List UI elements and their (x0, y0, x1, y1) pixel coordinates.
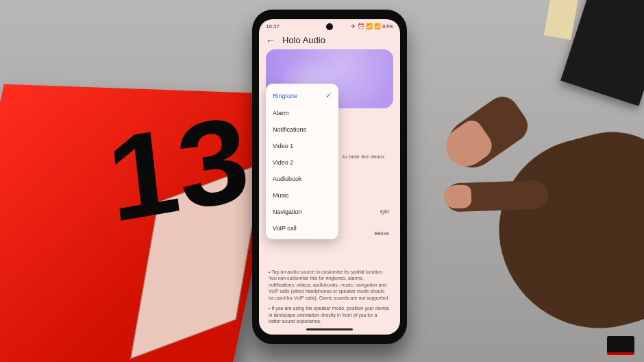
status-battery: 83% (382, 23, 393, 29)
user-hand (418, 82, 644, 329)
dropdown-item-label: VoIP call (273, 225, 297, 232)
dropdown-item-music[interactable]: Music (266, 187, 338, 204)
dropdown-item-navigation[interactable]: Navigation (266, 204, 338, 220)
dropdown-item-label: Audiobook (273, 176, 302, 182)
dropdown-item-video2[interactable]: Video 2 (266, 154, 338, 171)
dropdown-item-label: Video 2 (273, 159, 293, 166)
desk-object (560, 0, 644, 106)
dropdown-item-label: Music (273, 192, 289, 199)
page-header: ← Holo Audio (259, 29, 400, 49)
tip-line: • If you are using the speaker mode, pos… (269, 305, 391, 324)
dropdown-item-audiobook[interactable]: Audiobook (266, 171, 338, 187)
back-icon[interactable]: ← (266, 36, 275, 45)
position-label-right: ight (380, 208, 389, 215)
camera-punch-hole (326, 23, 333, 30)
dropdown-item-label: Notifications (273, 126, 306, 133)
dropdown-item-notifications[interactable]: Notifications (266, 121, 338, 138)
dropdown-item-label: Alarm (273, 110, 289, 117)
product-box: 13 (0, 84, 290, 362)
video-watermark (607, 336, 634, 355)
dropdown-item-video1[interactable]: Video 1 (266, 138, 338, 154)
dropdown-item-label: Ringtone (273, 93, 297, 99)
position-label-below: Below (374, 230, 389, 237)
status-time: 10:37 (266, 23, 280, 29)
help-tips: • Tap an audio source to customise its s… (269, 269, 391, 329)
dropdown-item-label: Navigation (273, 208, 302, 215)
gesture-bar[interactable] (306, 328, 353, 330)
page-title: Holo Audio (282, 35, 325, 45)
dropdown-item-voip[interactable]: VoIP call (266, 220, 338, 237)
demo-hint: to hear the demo. (343, 154, 386, 160)
dropdown-item-ringtone[interactable]: Ringtone ✓ (266, 86, 338, 105)
status-icons: ✈ ⏰ 📶 📶 (351, 23, 381, 29)
phone-screen: 10:37 ✈ ⏰ 📶 📶 83% ← Holo Audio Ringtone … (259, 19, 400, 335)
tip-line: • Tap an audio source to customise its s… (269, 269, 391, 301)
phone-device: 10:37 ✈ ⏰ 📶 📶 83% ← Holo Audio Ringtone … (252, 10, 407, 344)
photo-scene: 13 10:37 ✈ ⏰ 📶 📶 83% ← Holo Audio Ringto… (0, 0, 644, 362)
box-number: 13 (101, 88, 255, 250)
audio-source-dropdown[interactable]: Ringtone ✓ Alarm Notifications Video 1 V… (266, 84, 338, 239)
dropdown-item-label: Video 1 (273, 143, 293, 149)
dropdown-item-alarm[interactable]: Alarm (266, 105, 338, 121)
check-icon: ✓ (325, 91, 332, 100)
